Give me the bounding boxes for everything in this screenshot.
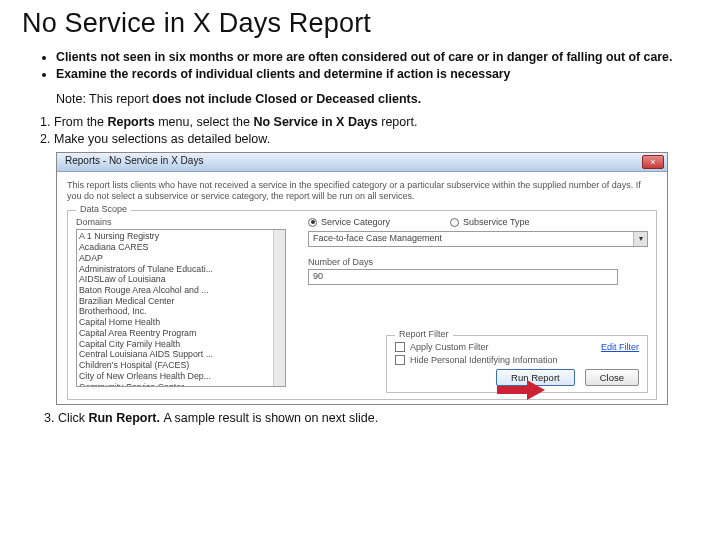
chevron-down-icon: ▾ (633, 232, 647, 246)
report-filter-fieldset: Report Filter Apply Custom Filter Edit F… (386, 335, 648, 393)
close-button[interactable]: Close (585, 369, 639, 386)
scrollbar[interactable] (273, 230, 285, 386)
numdays-label: Number of Days (308, 257, 648, 267)
report-filter-legend: Report Filter (395, 329, 453, 339)
list-item[interactable]: Acadiana CARES (79, 242, 283, 253)
radio-service-category[interactable]: Service Category (308, 217, 390, 227)
checkbox-apply-filter[interactable] (395, 342, 405, 352)
radio-dot-icon (450, 218, 459, 227)
step-1: From the Reports menu, select the No Ser… (54, 114, 698, 131)
list-item[interactable]: Capital Home Health (79, 317, 283, 328)
page-title: No Service in X Days Report (22, 8, 698, 39)
checkbox-hide-pii[interactable] (395, 355, 405, 365)
report-window: Reports - No Service in X Days × This re… (56, 152, 668, 405)
service-category-combo[interactable]: Face-to-face Case Management ▾ (308, 231, 648, 247)
list-item[interactable]: AIDSLaw of Louisiana (79, 274, 283, 285)
list-item[interactable]: Brotherhood, Inc. (79, 306, 283, 317)
list-item[interactable]: Brazilian Medical Center (79, 296, 283, 307)
bullet-list: Clients not seen in six months or more a… (22, 49, 698, 82)
edit-filter-link[interactable]: Edit Filter (601, 342, 639, 352)
window-close-button[interactable]: × (642, 155, 664, 169)
list-item[interactable]: Children's Hospital (FACES) (79, 360, 283, 371)
checkbox-label: Hide Personal Identifying Information (410, 355, 558, 365)
data-scope-legend: Data Scope (76, 204, 131, 214)
radio-subservice-type[interactable]: Subservice Type (450, 217, 529, 227)
numdays-input[interactable]: 90 (308, 269, 618, 285)
list-item[interactable]: Administrators of Tulane Educati... (79, 264, 283, 275)
list-item[interactable]: Capital City Family Health (79, 339, 283, 350)
list-item[interactable]: Baton Rouge Area Alcohol and ... (79, 285, 283, 296)
domains-label: Domains (76, 217, 286, 227)
list-item[interactable]: ADAP (79, 253, 283, 264)
bullet-item: Examine the records of individual client… (56, 66, 698, 83)
window-title: Reports - No Service in X Days (65, 155, 203, 166)
checkbox-label: Apply Custom Filter (410, 342, 489, 352)
note-text: Note: This report does not include Close… (56, 92, 698, 106)
domains-listbox[interactable]: A 1 Nursing Registry Acadiana CARES ADAP… (76, 229, 286, 387)
data-scope-fieldset: Data Scope Domains A 1 Nursing Registry … (67, 210, 657, 400)
report-description: This report lists clients who have not r… (67, 180, 657, 203)
bullet-item: Clients not seen in six months or more a… (56, 49, 698, 66)
run-report-button[interactable]: Run Report (496, 369, 575, 386)
list-item[interactable]: Central Louisiana AIDS Support ... (79, 349, 283, 360)
list-item[interactable]: Capital Area Reentry Program (79, 328, 283, 339)
list-item[interactable]: City of New Orleans Health Dep... (79, 371, 283, 382)
list-item[interactable]: A 1 Nursing Registry (79, 231, 283, 242)
window-titlebar: Reports - No Service in X Days × (57, 153, 667, 172)
step-2: Make you selections as detailed below. (54, 131, 698, 148)
radio-dot-icon (308, 218, 317, 227)
step-3: 3. Click Run Report. A sample result is … (44, 411, 698, 425)
steps-list: From the Reports menu, select the No Ser… (32, 114, 698, 148)
list-item[interactable]: Community Service Center (79, 382, 283, 388)
